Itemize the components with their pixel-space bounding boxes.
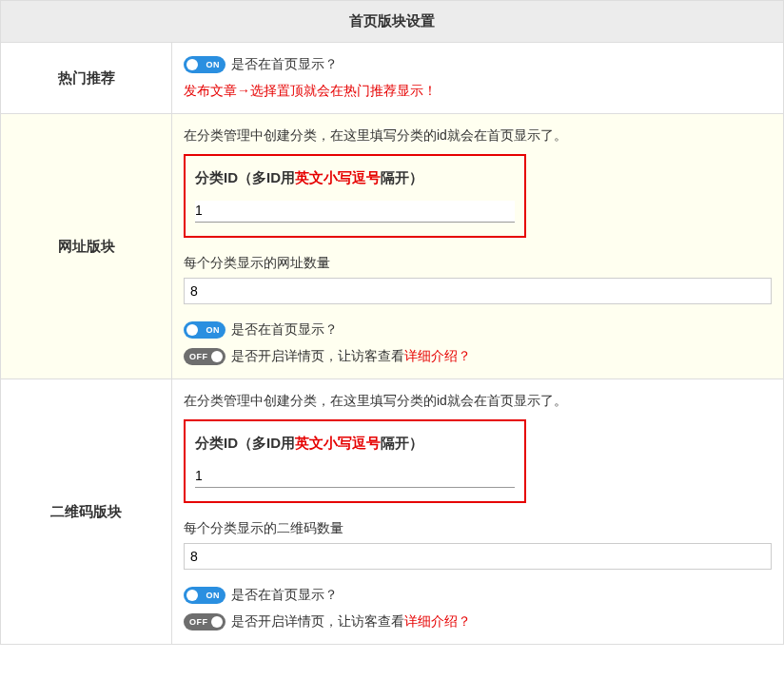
url-cat-id-title: 分类ID（多ID用英文小写逗号隔开） xyxy=(195,169,515,187)
hot-tip: 发布文章→选择置顶就会在热门推荐显示！ xyxy=(184,83,772,100)
qr-show-toggle[interactable]: ON xyxy=(184,587,225,604)
hot-show-toggle[interactable]: ON xyxy=(184,56,225,73)
page-header: 首页版块设置 xyxy=(0,0,784,43)
qr-per-input[interactable] xyxy=(184,543,772,570)
qr-cat-id-box: 分类ID（多ID用英文小写逗号隔开） xyxy=(184,419,526,503)
qr-per-label: 每个分类显示的二维码数量 xyxy=(184,520,772,537)
hot-show-label: 是否在首页显示？ xyxy=(231,56,338,73)
section-hot-content: ON 是否在首页显示？ 发布文章→选择置顶就会在热门推荐显示！ xyxy=(172,43,783,113)
url-detail-toggle[interactable]: OFF xyxy=(184,348,225,365)
section-url: 网址版块 在分类管理中创建分类，在这里填写分类的id就会在首页显示了。 分类ID… xyxy=(0,114,784,379)
url-per-input[interactable] xyxy=(184,278,772,304)
url-detail-label: 是否开启详情页，让访客查看详细介绍？ xyxy=(231,348,471,365)
url-cat-id-box: 分类ID（多ID用英文小写逗号隔开） xyxy=(184,154,526,238)
url-desc: 在分类管理中创建分类，在这里填写分类的id就会在首页显示了。 xyxy=(184,127,772,145)
section-qr-content: 在分类管理中创建分类，在这里填写分类的id就会在首页显示了。 分类ID（多ID用… xyxy=(172,379,783,644)
url-cat-id-input[interactable] xyxy=(195,201,515,223)
qr-detail-label: 是否开启详情页，让访客查看详细介绍？ xyxy=(231,613,471,630)
qr-desc: 在分类管理中创建分类，在这里填写分类的id就会在首页显示了。 xyxy=(184,393,772,410)
url-show-toggle[interactable]: ON xyxy=(184,321,225,339)
section-hot-label: 热门推荐 xyxy=(1,43,172,113)
section-url-content: 在分类管理中创建分类，在这里填写分类的id就会在首页显示了。 分类ID（多ID用… xyxy=(172,114,783,378)
page-title: 首页版块设置 xyxy=(349,12,435,29)
qr-detail-toggle[interactable]: OFF xyxy=(184,613,225,630)
url-per-label: 每个分类显示的网址数量 xyxy=(184,255,772,272)
section-hot: 热门推荐 ON 是否在首页显示？ 发布文章→选择置顶就会在热门推荐显示！ xyxy=(0,43,784,114)
url-show-label: 是否在首页显示？ xyxy=(231,321,338,339)
qr-per-block: 每个分类显示的二维码数量 xyxy=(184,520,772,570)
qr-cat-id-input[interactable] xyxy=(195,466,515,488)
section-qr: 二维码版块 在分类管理中创建分类，在这里填写分类的id就会在首页显示了。 分类I… xyxy=(0,379,784,645)
qr-show-label: 是否在首页显示？ xyxy=(231,587,338,604)
url-per-block: 每个分类显示的网址数量 xyxy=(184,255,772,304)
section-qr-label: 二维码版块 xyxy=(1,379,172,644)
section-url-label: 网址版块 xyxy=(1,114,172,378)
qr-cat-id-title: 分类ID（多ID用英文小写逗号隔开） xyxy=(195,435,515,453)
